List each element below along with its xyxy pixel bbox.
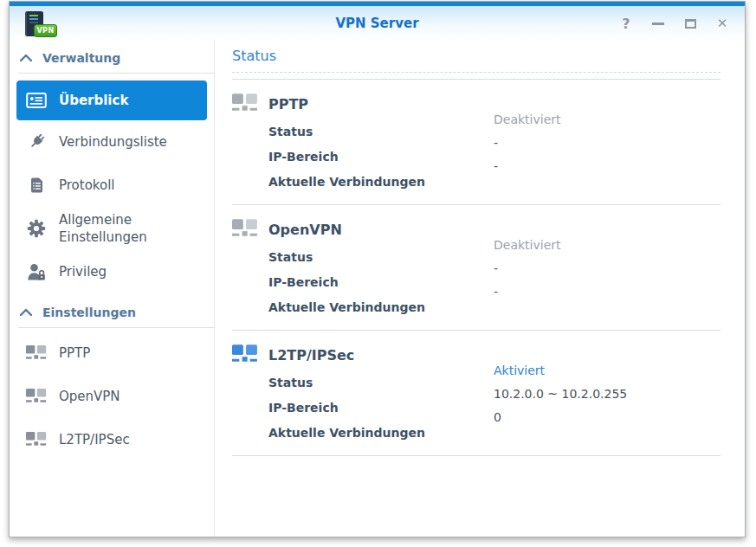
protocol-status-list: PPTP Status IP-Bereich Aktuelle Verbindu… — [232, 79, 720, 456]
ip-range-value: - — [494, 257, 561, 280]
sidebar-item-pptp[interactable]: PPTP — [10, 331, 214, 375]
desktop-stage: VPN VPN Server ? ✕ Verwaltung Überblick — [0, 0, 756, 547]
titlebar[interactable]: VPN VPN Server ? ✕ — [10, 6, 745, 41]
protocol-values: Aktiviert 10.2.0.0 ~ 10.2.0.255 0 — [494, 359, 627, 429]
sidebar-item-verbindungsliste[interactable]: Verbindungsliste — [10, 120, 214, 164]
page-title: Status — [232, 48, 720, 68]
label-ip-range: IP-Bereich — [268, 145, 425, 170]
label-current-connections: Aktuelle Verbindungen — [268, 421, 425, 446]
gear-icon — [25, 219, 48, 238]
sidebar-item-allgemeine-einstellungen[interactable]: Allgemeine Einstellungen — [10, 207, 214, 250]
sidebar-item-label: OpenVPN — [59, 388, 120, 405]
protocol-values: Deaktiviert - - — [494, 108, 561, 178]
protocol-labels: Status IP-Bereich Aktuelle Verbindungen — [268, 245, 425, 320]
ip-range-value: 10.2.0.0 ~ 10.2.0.255 — [494, 383, 627, 406]
sidebar-item-protokoll[interactable]: Protokoll — [10, 164, 214, 207]
protocol-title: OpenVPN — [268, 222, 342, 238]
ip-range-value: - — [494, 132, 561, 155]
divider — [18, 327, 214, 328]
plug-icon — [25, 132, 48, 151]
window-controls: ? ✕ — [616, 13, 733, 34]
status-badge: Deaktiviert — [494, 108, 561, 132]
chevron-up-icon — [20, 55, 32, 61]
user-lock-icon — [25, 263, 48, 281]
sidebar-item-label: Allgemeine Einstellungen — [59, 211, 193, 247]
sidebar-section-einstellungen[interactable]: Einstellungen — [20, 302, 214, 323]
log-icon — [25, 177, 48, 194]
sidebar-item-label: Verbindungsliste — [59, 133, 167, 151]
window-body: Verwaltung Überblick Verbindungsliste — [10, 41, 745, 537]
divider — [18, 73, 214, 74]
network-icon — [25, 432, 48, 448]
status-badge: Aktiviert — [494, 359, 627, 383]
current-connections-value: - — [494, 280, 561, 304]
sidebar-item-openvpn[interactable]: OpenVPN — [10, 375, 214, 418]
overview-card-icon — [25, 92, 48, 109]
label-status: Status — [268, 370, 425, 396]
protocol-section-l2tp-ipsec: L2TP/IPSec Status IP-Bereich Aktuelle Ve… — [232, 331, 720, 456]
network-icon-blue — [232, 344, 258, 369]
sidebar-item-label: Überblick — [59, 92, 128, 109]
sidebar-item-label: Protokoll — [59, 177, 115, 194]
protocol-section-pptp: PPTP Status IP-Bereich Aktuelle Verbindu… — [232, 80, 720, 205]
maximize-icon[interactable] — [680, 13, 701, 34]
sidebar-item-ueberblick[interactable]: Überblick — [16, 80, 207, 120]
network-icon-gray — [232, 219, 258, 243]
network-icon — [25, 389, 48, 405]
status-badge: Deaktiviert — [494, 234, 561, 257]
protocol-values: Deaktiviert - - — [494, 234, 561, 304]
protocol-title: PPTP — [268, 96, 308, 113]
label-ip-range: IP-Bereich — [268, 270, 425, 295]
protocol-section-openvpn: OpenVPN Status IP-Bereich Aktuelle Verbi… — [232, 205, 720, 331]
label-status: Status — [268, 245, 425, 270]
sidebar-item-label: PPTP — [59, 344, 90, 362]
sidebar-section-verwaltung[interactable]: Verwaltung — [20, 48, 214, 68]
sidebar-item-l2tp-ipsec[interactable]: L2TP/IPSec — [10, 418, 214, 461]
current-connections-value: - — [494, 155, 561, 178]
sidebar-item-label: Privileg — [59, 263, 107, 280]
network-icon — [25, 345, 48, 362]
help-icon[interactable]: ? — [616, 13, 636, 34]
chevron-up-icon — [20, 309, 32, 316]
sidebar-section-label: Verwaltung — [42, 51, 120, 65]
close-icon[interactable]: ✕ — [712, 13, 733, 34]
status-panel: Status PPTP Status IP-Bereich Aktuelle V… — [215, 41, 745, 537]
protocol-title: L2TP/IPSec — [268, 347, 354, 364]
label-current-connections: Aktuelle Verbindungen — [268, 170, 425, 195]
current-connections-value: 0 — [494, 406, 627, 429]
network-icon-gray — [232, 93, 258, 118]
sidebar-item-label: L2TP/IPSec — [59, 431, 130, 448]
sidebar-item-privileg[interactable]: Privileg — [10, 250, 214, 293]
label-ip-range: IP-Bereich — [268, 396, 425, 421]
label-status: Status — [268, 119, 425, 145]
sidebar-section-label: Einstellungen — [42, 306, 136, 319]
protocol-labels: Status IP-Bereich Aktuelle Verbindungen — [268, 119, 425, 195]
label-current-connections: Aktuelle Verbindungen — [268, 295, 425, 320]
minimize-icon[interactable] — [648, 13, 669, 34]
protocol-labels: Status IP-Bereich Aktuelle Verbindungen — [268, 370, 425, 446]
dashed-divider — [232, 72, 720, 73]
vpn-server-window: VPN VPN Server ? ✕ Verwaltung Überblick — [9, 1, 746, 537]
sidebar: Verwaltung Überblick Verbindungsliste — [10, 41, 215, 537]
